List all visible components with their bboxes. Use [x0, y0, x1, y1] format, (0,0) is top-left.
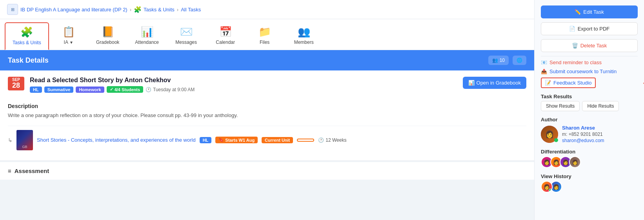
tab-files[interactable]: 📁 Files — [245, 22, 284, 50]
badge-homework: Homework — [76, 87, 104, 93]
breadcrumb-sep2: › — [177, 7, 178, 13]
date-day: 28 — [10, 82, 22, 90]
globe-btn[interactable]: 🌐 — [513, 56, 526, 65]
badge-empty — [297, 139, 314, 142]
edit-task-button[interactable]: ✏️ Edit Task — [541, 5, 638, 18]
breadcrumb-sep1: › — [130, 7, 131, 13]
files-icon: 📁 — [258, 26, 271, 38]
tasks-units-icon: 🧩 — [20, 26, 33, 38]
globe-icon: 🌐 — [517, 58, 522, 63]
author-section: Author 👩 Sharon Arese m: +852 9201 8021 … — [541, 115, 638, 143]
unit-badge-hl: HL — [200, 137, 212, 143]
weeks-text: 🕐 12 Weeks — [318, 137, 346, 143]
author-name: Sharon Arese — [562, 125, 604, 131]
date-badge: SEP 28 — [8, 77, 24, 90]
task-title: Read a Selected Short Story by Anton Che… — [30, 77, 457, 84]
description-section: Description Write a one paragraph reflec… — [8, 97, 526, 123]
students-icon: 👥 — [492, 58, 498, 63]
tab-gradebook-label: Gradebook — [96, 40, 119, 45]
breadcrumb: ⊞ IB DP English A Language and literatur… — [0, 0, 534, 19]
task-results-section: Task Results Show Results Hide Results — [541, 92, 638, 111]
edit-icon: ✏️ — [575, 9, 581, 15]
badge-summative: Summative — [44, 87, 74, 93]
badge-starts: 🔖 Starts W1 Aug — [215, 137, 258, 143]
history-avatar-1: 👩 — [541, 181, 553, 193]
description-text: Write a one paragraph reflection on a st… — [8, 112, 526, 119]
task-results-title: Task Results — [541, 94, 638, 99]
course-icon: ⊞ — [7, 4, 18, 15]
description-title: Description — [8, 103, 526, 109]
hide-results-button[interactable]: Hide Results — [582, 101, 619, 111]
differentiation-title: Differentiation — [541, 149, 638, 155]
tab-ia-label: IA ▼ — [64, 40, 73, 45]
tab-gradebook[interactable]: 📙 Gradebook — [88, 22, 127, 50]
clock-small-icon: 🕐 — [318, 137, 324, 143]
open-gradebook-button[interactable]: 📊 Open in Gradebook — [463, 77, 526, 89]
assessment-section: ≡ Assessment — [0, 161, 534, 180]
task-badges: HL Summative Homework ✓ 4/4 Students 🕐 T… — [30, 86, 457, 93]
author-info: Sharon Arese m: +852 9201 8021 sharon@ed… — [562, 125, 604, 143]
tab-members[interactable]: 👥 Members — [284, 22, 324, 50]
tab-members-label: Members — [294, 40, 314, 45]
export-icon: 📄 — [569, 26, 575, 32]
tab-messages-label: Messages — [175, 40, 197, 45]
breadcrumb-page[interactable]: All Tasks — [181, 7, 201, 13]
unit-thumbnail: GB — [16, 130, 33, 150]
tab-ia[interactable]: 📋 IA ▼ — [49, 22, 88, 50]
history-online-dot — [549, 189, 552, 192]
task-body: SEP 28 Read a Selected Short Story by An… — [0, 70, 534, 161]
nav-tabs: 🧩 Tasks & Units 📋 IA ▼ 📙 Gradebook 📊 Att… — [0, 19, 534, 50]
author-phone: m: +852 9201 8021 — [562, 132, 604, 137]
student-count: 10 — [500, 58, 505, 63]
show-results-button[interactable]: Show Results — [541, 101, 580, 111]
tab-files-label: Files — [260, 40, 269, 45]
breadcrumb-course[interactable]: IB DP English A Language and literature … — [20, 7, 127, 13]
ia-icon: 📋 — [62, 26, 75, 38]
badge-current: Current Unit — [262, 137, 293, 143]
author-title: Author — [541, 117, 638, 123]
task-details-header: Task Details 👥 10 🌐 — [0, 50, 534, 70]
calendar-icon: 📅 — [219, 26, 232, 38]
feedback-icon: 📝 — [545, 80, 551, 86]
author-email[interactable]: sharon@eduvo.com — [562, 138, 604, 143]
unit-link[interactable]: Short Stories - Concepts, interpretation… — [37, 137, 196, 143]
student-count-btn[interactable]: 👥 10 — [488, 56, 509, 65]
tab-attendance-label: Attendance — [135, 40, 159, 45]
tab-attendance[interactable]: 📊 Attendance — [127, 22, 167, 50]
unit-row: ↳ GB Short Stories - Concepts, interpret… — [8, 126, 526, 154]
highlight-arrow-icon: ← — [642, 79, 644, 87]
history-avatars: 👩 👩 — [541, 181, 638, 193]
diff-avatar-4: 👩 — [569, 156, 581, 168]
gradebook-icon: 📙 — [102, 26, 114, 38]
badge-time: 🕐 Tuesday at 9:00 AM — [146, 87, 195, 92]
tab-tasks-units[interactable]: 🧩 Tasks & Units — [5, 22, 49, 50]
header-actions: 👥 10 🌐 — [488, 56, 526, 65]
feedback-studio-link[interactable]: 📝 Feedback Studio — [541, 78, 596, 88]
check-icon: ✓ — [110, 87, 113, 92]
gradebook-small-icon: 📊 — [468, 80, 475, 86]
view-history-section: View History 👩 👩 — [541, 172, 638, 193]
starts-icon: 🔖 — [218, 137, 224, 142]
submit-icon: 📤 — [541, 69, 547, 74]
tab-messages[interactable]: ✉️ Messages — [167, 22, 206, 50]
members-icon: 👥 — [298, 26, 310, 38]
task-title-row: Read a Selected Short Story by Anton Che… — [30, 77, 457, 93]
author-row: 👩 Sharon Arese m: +852 9201 8021 sharon@… — [541, 125, 638, 143]
assessment-title: ≡ Assessment — [8, 168, 526, 174]
badge-students: ✓ 4/4 Students — [107, 86, 143, 93]
assessment-icon: ≡ — [8, 168, 11, 174]
trash-icon: 🗑️ — [572, 43, 578, 49]
delete-task-button[interactable]: 🗑️ Delete Task — [541, 39, 638, 52]
badge-hl: HL — [30, 87, 42, 93]
online-indicator — [554, 138, 558, 142]
tab-calendar[interactable]: 📅 Calendar — [206, 22, 245, 50]
submit-coursework-link[interactable]: 📤 Submit coursework to Turnitin — [541, 69, 638, 74]
reminder-icon: 📧 — [541, 60, 547, 65]
attendance-icon: 📊 — [141, 26, 153, 38]
breadcrumb-section[interactable]: Tasks & Units — [144, 7, 175, 13]
send-reminder-link[interactable]: 📧 Send reminder to class — [541, 60, 638, 65]
view-history-title: View History — [541, 173, 638, 179]
export-pdf-button[interactable]: 📄 Export to PDF — [541, 22, 638, 35]
differentiation-section: Differentiation 👩 👩 👩 👩 — [541, 147, 638, 168]
tab-calendar-label: Calendar — [216, 40, 235, 45]
